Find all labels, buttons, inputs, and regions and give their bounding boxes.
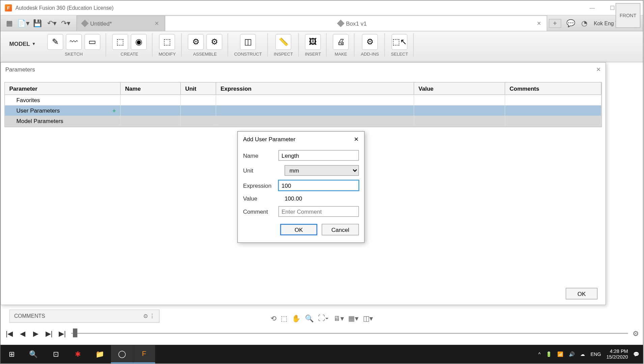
group-label[interactable]: CREATE bbox=[121, 52, 138, 56]
display-icon[interactable]: 🖥▾ bbox=[333, 314, 344, 323]
zoom-icon[interactable]: 🔍 bbox=[305, 314, 314, 323]
battery-icon[interactable]: 🔋 bbox=[546, 351, 552, 357]
tab-box1[interactable]: Box1 v1 ✕ bbox=[165, 16, 547, 31]
tray-chevron-icon[interactable]: ^ bbox=[538, 352, 541, 357]
comment-input[interactable] bbox=[278, 206, 359, 217]
add-user-parameter-dialog: Add User Parameter ✕ Name Unit mm Expres… bbox=[237, 131, 364, 243]
cancel-button[interactable]: Cancel bbox=[322, 224, 359, 235]
expression-label: Expression bbox=[243, 182, 278, 189]
plane-icon[interactable]: ◫ bbox=[240, 34, 256, 50]
comments-panel[interactable]: COMMENTS ⊙ ⋮ bbox=[9, 309, 160, 323]
chrome-icon[interactable]: ◯ bbox=[111, 345, 133, 363]
addins-icon[interactable]: ⚙ bbox=[362, 34, 378, 50]
timeline-marker[interactable] bbox=[73, 329, 77, 337]
file-menu-icon[interactable]: 📄▾ bbox=[17, 17, 30, 29]
wifi-icon[interactable]: 📶 bbox=[557, 351, 563, 357]
orbit-icon[interactable]: ⟲ bbox=[271, 314, 276, 323]
volume-icon[interactable]: 🔊 bbox=[569, 351, 575, 357]
search-icon[interactable]: 🔍 bbox=[23, 345, 45, 363]
header-name: Name bbox=[121, 83, 181, 94]
name-input[interactable] bbox=[278, 150, 359, 160]
header-comments: Comments bbox=[505, 83, 601, 94]
timeline-start-icon[interactable]: |◀ bbox=[5, 329, 13, 338]
system-clock[interactable]: 4:28 PM 15/2/2020 bbox=[606, 348, 628, 360]
start-button[interactable]: ⊞ bbox=[0, 345, 23, 363]
extensions-icon[interactable]: 💬 bbox=[566, 19, 575, 27]
timeline-prev-icon[interactable]: ◀ bbox=[18, 329, 27, 338]
taskview-icon[interactable]: ⊡ bbox=[45, 345, 67, 363]
group-label[interactable]: CONSTRUCT bbox=[234, 52, 262, 56]
job-status-icon[interactable]: ◔ bbox=[581, 19, 587, 27]
document-tabs: Untitled* ✕ Box1 v1 ✕ bbox=[77, 16, 547, 31]
app-pinned[interactable]: ✱ bbox=[67, 345, 89, 363]
minimize-button[interactable]: — bbox=[582, 0, 602, 16]
line-icon[interactable]: 〰 bbox=[66, 34, 82, 50]
viewcube[interactable]: FRONT bbox=[616, 3, 640, 28]
new-tab-button[interactable]: + bbox=[549, 19, 561, 28]
timeline-next-icon[interactable]: ▶| bbox=[45, 329, 53, 338]
add-icon[interactable]: + bbox=[112, 107, 116, 114]
sketch-icon[interactable]: ✎ bbox=[47, 34, 63, 50]
header-parameter: Parameter bbox=[5, 83, 120, 94]
quick-access-toolbar: ▦ 📄▾ 💾 ↶▾ ↷▾ Untitled* ✕ Box1 v1 ✕ + 💬 ◔… bbox=[0, 16, 643, 31]
rect-icon[interactable]: ▭ bbox=[84, 34, 100, 50]
close-icon[interactable]: ✕ bbox=[354, 136, 359, 143]
fusion-icon[interactable]: F bbox=[133, 345, 155, 363]
header-unit: Unit bbox=[181, 83, 216, 94]
unit-select[interactable]: mm bbox=[285, 165, 359, 176]
measure-icon[interactable]: 📏 bbox=[275, 34, 291, 50]
group-label[interactable]: MODIFY bbox=[159, 52, 176, 56]
timeline-play-icon[interactable]: ▶ bbox=[31, 329, 40, 338]
ok-button[interactable]: OK bbox=[566, 288, 597, 299]
expression-input[interactable] bbox=[278, 180, 359, 190]
close-icon[interactable]: ✕ bbox=[596, 66, 601, 73]
joint-icon[interactable]: ⚙ bbox=[188, 34, 203, 50]
asbuilt-icon[interactable]: ⚙ bbox=[206, 34, 222, 50]
pan-icon[interactable]: ✋ bbox=[292, 314, 301, 323]
ok-button[interactable]: OK bbox=[280, 224, 317, 235]
comments-label: COMMENTS bbox=[14, 313, 45, 319]
table-row-user-parameters[interactable]: User Parameters+ bbox=[5, 105, 601, 116]
print-icon[interactable]: 🖨 bbox=[333, 34, 349, 50]
undo-icon[interactable]: ↶▾ bbox=[46, 17, 58, 29]
fit-icon[interactable]: ⛶▾ bbox=[318, 314, 329, 323]
insert-icon[interactable]: 🖼 bbox=[305, 34, 321, 50]
timeline-track[interactable] bbox=[71, 333, 628, 334]
group-label[interactable]: ADD-INS bbox=[361, 52, 379, 56]
group-label[interactable]: SKETCH bbox=[65, 52, 83, 56]
explorer-icon[interactable]: 📁 bbox=[89, 345, 111, 363]
save-icon[interactable]: 💾 bbox=[31, 17, 44, 29]
group-label[interactable]: SELECT bbox=[391, 52, 408, 56]
table-row-favorites[interactable]: Favorites bbox=[5, 95, 601, 105]
timeline-end-icon[interactable]: ▶| bbox=[58, 329, 67, 338]
group-create: ⬚ ◉ CREATE bbox=[107, 33, 152, 56]
extrude-icon[interactable]: ⬚ bbox=[112, 34, 128, 50]
comments-menu-icon[interactable]: ⊙ ⋮ bbox=[143, 313, 155, 319]
group-label[interactable]: MAKE bbox=[335, 52, 347, 56]
presspull-icon[interactable]: ⬚ bbox=[159, 34, 175, 50]
value-display: 100.00 bbox=[285, 195, 359, 202]
tab-close-icon[interactable]: ✕ bbox=[537, 20, 541, 26]
lookat-icon[interactable]: ⬚ bbox=[281, 314, 287, 323]
workspace-selector[interactable]: MODEL ▼ bbox=[4, 33, 41, 54]
viewports-icon[interactable]: ◫▾ bbox=[363, 314, 373, 323]
grid-icon[interactable]: ▦▾ bbox=[348, 314, 358, 323]
table-row-model-parameters[interactable]: Model Parameters bbox=[5, 116, 601, 127]
navigation-toolbar: ⟲ ⬚ ✋ 🔍 ⛶▾ 🖥▾ ▦▾ ◫▾ bbox=[271, 314, 373, 323]
group-label[interactable]: ASSEMBLE bbox=[193, 52, 217, 56]
language-indicator[interactable]: ENG bbox=[590, 352, 601, 357]
group-label[interactable]: INSERT bbox=[305, 52, 321, 56]
redo-icon[interactable]: ↷▾ bbox=[60, 17, 72, 29]
select-icon[interactable]: ⬚↖ bbox=[392, 34, 408, 50]
data-panel-icon[interactable]: ▦ bbox=[3, 17, 16, 29]
group-sketch: ✎ 〰 ▭ SKETCH bbox=[42, 33, 106, 56]
notifications-icon[interactable]: 💬 bbox=[633, 351, 639, 357]
revolve-icon[interactable]: ◉ bbox=[131, 34, 147, 50]
header-expression: Expression bbox=[216, 83, 414, 94]
group-label[interactable]: INSPECT bbox=[274, 52, 293, 56]
timeline-settings-icon[interactable]: ⚙ bbox=[633, 329, 639, 338]
onedrive-icon[interactable]: ☁ bbox=[580, 351, 585, 357]
windows-taskbar: ⊞ 🔍 ⊡ ✱ 📁 ◯ F ^ 🔋 📶 🔊 ☁ ENG 4:28 PM 15/2… bbox=[0, 345, 643, 363]
tab-untitled[interactable]: Untitled* ✕ bbox=[77, 16, 165, 31]
tab-close-icon[interactable]: ✕ bbox=[155, 20, 159, 26]
